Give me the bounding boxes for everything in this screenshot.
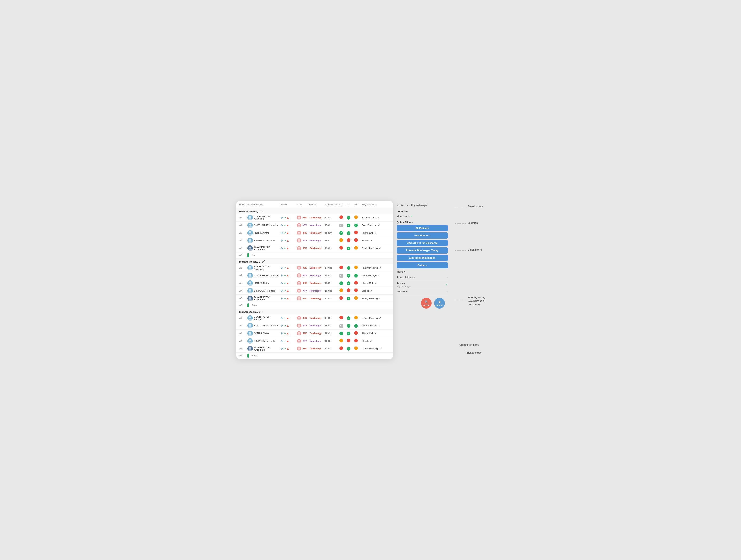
- filter-confirmed-discharges[interactable]: Confirmed Discharges: [397, 255, 448, 261]
- avatar: [248, 331, 253, 336]
- breadcrumb-montecute[interactable]: Montecute: [397, 204, 408, 207]
- key-actions-cell: Family Meeting ✓: [361, 247, 390, 250]
- con-code: JSK: [302, 297, 308, 300]
- public-fab-button[interactable]: 🖥 PUBLIC: [434, 298, 445, 309]
- filter-medfit[interactable]: Medically fit for Discharge: [397, 240, 448, 246]
- ot-status: [339, 339, 347, 343]
- status-dot-red: [347, 238, 350, 242]
- free-label: Free: [248, 253, 390, 257]
- table-row[interactable]: A4 SIMPSON Reginald ⚙↩▲ XTV Neurology 19…: [236, 337, 393, 345]
- alert-warning-icon: ▲: [286, 274, 289, 277]
- pt-status: ✓: [347, 316, 354, 320]
- table-row[interactable]: A1 BLAIRINGTON Archibald ⚙↩▲ JSK Cardiol…: [236, 264, 393, 272]
- key-actions-cell: Bloods ✓: [361, 339, 390, 343]
- alert-settings-icon: ⚙: [280, 216, 283, 219]
- breadcrumb-separator: >: [409, 204, 410, 207]
- status-dot-green: ✓: [347, 316, 350, 320]
- filter-label: FILTER: [423, 304, 429, 306]
- bed-cell: A5: [239, 297, 248, 300]
- filter-outliers[interactable]: Outliers: [397, 262, 448, 268]
- table-row[interactable]: A1 BLAIRINGTON Archibald ⚙↩▲ JSK Cardiol…: [236, 214, 393, 222]
- table-row[interactable]: A2 SMITHSHIRE Jonathan ⚙↩▲ XTV Neurology…: [236, 222, 393, 229]
- pt-status: ✓: [347, 231, 354, 235]
- table-row[interactable]: A2 SMITHSHIRE Jonathan ⚙↩▲ XTV Neurology…: [236, 272, 393, 279]
- expand-icon: ⇅: [378, 216, 380, 219]
- table-row[interactable]: A3 JONES Alister ⚙↩▲ JSK Cardiology 18-O…: [236, 229, 393, 237]
- key-actions-cell: Care Package ✓: [361, 324, 390, 327]
- con-code: JSK: [302, 347, 308, 350]
- alert-warning-icon: ▲: [286, 224, 289, 227]
- table-row[interactable]: A1 BLAIRINGTON Archibald ⚙↩▲ JSK Cardiol…: [236, 314, 393, 322]
- con-code: JSK: [302, 332, 308, 335]
- con-code: JSK: [302, 317, 308, 319]
- action-text: Phone Call: [361, 282, 373, 284]
- svg-point-13: [249, 231, 251, 233]
- filter-service[interactable]: Service Physiotherapy ✓: [397, 281, 448, 289]
- st-status: ✓: [354, 324, 361, 328]
- status-dot-green: ✓: [347, 347, 350, 351]
- alert-settings-icon: ⚙: [280, 247, 283, 250]
- filter-all-patients[interactable]: All Patients: [397, 225, 448, 231]
- bed-cell: A1: [239, 266, 248, 269]
- table-row[interactable]: A4 SIMPSON Reginald ⚙↩▲ XTV Neurology 19…: [236, 287, 393, 295]
- filter-service-label: Service: [397, 282, 405, 285]
- service-badge: Cardiology: [308, 347, 325, 350]
- con-avatar: [297, 316, 301, 320]
- avatar: [248, 315, 253, 321]
- table-row[interactable]: A5 BLAIRINGTON Archibald ⚙↩▲ JSK Cardiol…: [236, 345, 393, 353]
- svg-point-55: [249, 297, 251, 299]
- con-cell: JSK: [297, 281, 308, 285]
- filter-fab-button[interactable]: 🔍 FILTER: [421, 298, 431, 309]
- status-dot-orange: [354, 316, 358, 319]
- alert-return-icon: ↩: [283, 239, 286, 242]
- check-icon: ✓: [370, 239, 373, 242]
- patient-name-cell: BLAIRINGTON Archibald: [248, 296, 280, 301]
- table-row[interactable]: A2 SMITHSHIRE Jonathan ⚙↩▲ XTV Neurology…: [236, 322, 393, 329]
- more-title[interactable]: More +: [397, 270, 448, 273]
- free-label: Free: [248, 354, 390, 358]
- bay-name-3: Montacute Bay 3: [239, 310, 260, 313]
- filter-bay-label: Bay or Sideroom: [397, 276, 415, 279]
- check-icon: ✓: [378, 324, 381, 327]
- admission-date: 19-Oct: [325, 239, 339, 242]
- patient-name-cell: BLAIRINGTON Archibald: [248, 315, 280, 321]
- status-dot-green: ✓: [347, 274, 350, 277]
- filter-potential-discharges[interactable]: Potential Discharges Today: [397, 247, 448, 254]
- patient-name-cell: BLAIRINGTON Archibald: [248, 265, 280, 270]
- check-icon: ✓: [379, 316, 382, 320]
- status-dot-red: [339, 316, 343, 319]
- table-row[interactable]: A5 BLAIRINGTON Archibald ⚙↩▲ JSK Cardiol…: [236, 244, 393, 252]
- col-key-actions: Key Actions: [361, 203, 390, 206]
- table-row[interactable]: A3 JONES Alister ⚙↩▲ JSK Cardiology 18-O…: [236, 279, 393, 287]
- alert-settings-icon: ⚙: [280, 224, 283, 227]
- check-icon: ✓: [378, 274, 381, 277]
- svg-point-19: [249, 239, 251, 241]
- svg-point-28: [298, 247, 300, 249]
- con-code: XTV: [302, 239, 308, 242]
- con-avatar: [297, 324, 301, 328]
- con-code: XTV: [302, 274, 308, 277]
- key-actions-cell: Phone Call ✓: [361, 282, 390, 285]
- location-name: Montecute: [397, 214, 409, 217]
- filter-new-patients[interactable]: New Patients: [397, 233, 448, 239]
- alert-warning-icon: ▲: [286, 324, 289, 327]
- alerts-cell: ⚙↩▲: [280, 282, 297, 285]
- alert-warning-icon: ▲: [286, 317, 289, 320]
- bed-cell: A3: [239, 332, 248, 335]
- con-cell: XTV: [297, 324, 308, 328]
- filter-consultant[interactable]: Consultant ›: [397, 289, 448, 295]
- status-dot-green: ✓: [347, 231, 350, 235]
- table-row[interactable]: A3 JONES Alister ⚙↩▲ JSK Cardiology 18-O…: [236, 329, 393, 337]
- breadcrumb-physiotherapy[interactable]: Physiotherapy: [411, 204, 427, 207]
- table-row[interactable]: A5 BLAIRINGTON Archibald ⚙↩▲ JSK Cardiol…: [236, 295, 393, 302]
- status-dot-red: [339, 346, 343, 350]
- service-badge: Cardiology: [308, 297, 325, 300]
- key-actions-cell: Family Meeting ✓: [361, 316, 390, 320]
- alerts-cell: ⚙↩▲: [280, 232, 297, 235]
- filter-bay-sideroom[interactable]: Bay or Sideroom ›: [397, 275, 448, 281]
- status-dot-green: ✓: [354, 224, 358, 227]
- check-icon: ✓: [379, 347, 382, 350]
- table-row[interactable]: A4 SIMPSON Reginald ⚙↩▲ XTV Neurology 19…: [236, 237, 393, 244]
- con-cell: JSK: [297, 266, 308, 270]
- chevron-icon-consultant: ›: [447, 290, 448, 293]
